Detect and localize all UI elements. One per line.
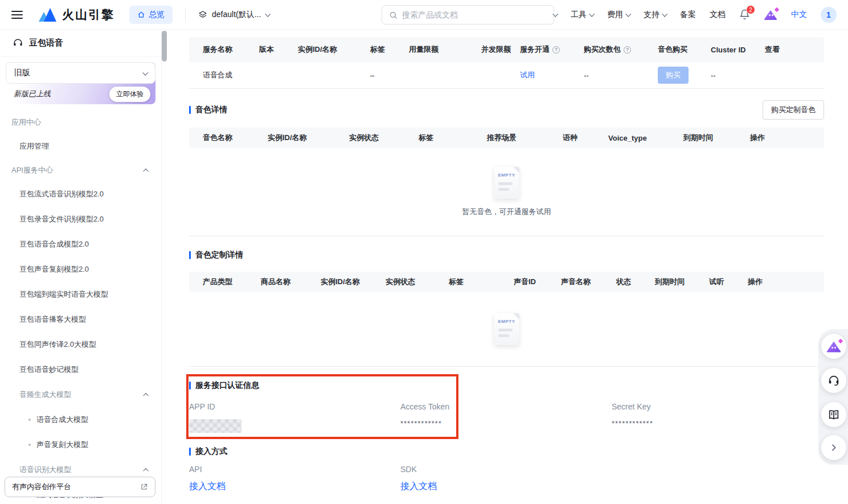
col-instance-id: 实例ID/名称 <box>284 44 357 55</box>
voice-detail-section-header: 音色详情 购买定制音色 <box>189 101 824 118</box>
chevron-right-icon <box>829 443 838 452</box>
sidebar-item-app-management[interactable]: 应用管理 <box>6 134 155 159</box>
col-cluster-id: Cluster ID <box>697 46 751 54</box>
section-api-center[interactable]: API服务中心 <box>6 159 155 182</box>
product-title: 豆包语音 <box>29 38 63 48</box>
sidebar-item-simul-interpret[interactable]: 豆包同声传译2.0大模型 <box>6 332 155 357</box>
search-input[interactable] <box>402 10 547 19</box>
sidebar-item-clone-large[interactable]: 声音复刻大模型 <box>6 432 155 457</box>
page-fold <box>513 313 519 319</box>
project-selector[interactable]: default(默认... <box>198 10 269 20</box>
sidebar-item-file-asr-2[interactable]: 豆包录音文件识别模型2.0 <box>6 207 155 232</box>
col-version: 版本 <box>245 44 284 55</box>
col-audition: 试听 <box>695 277 734 287</box>
layers-icon <box>198 10 207 19</box>
sidebar-item-voice-clone-2[interactable]: 豆包声音复刻模型2.0 <box>6 257 155 282</box>
voice-table-header: 音色名称 实例ID/名称 实例状态 标签 推荐场景 语种 Voice_type … <box>189 128 824 148</box>
col-view: 查看 <box>751 44 824 55</box>
try-now-button[interactable]: 立即体验 <box>109 87 150 102</box>
chevron-up-icon <box>143 168 149 174</box>
link-icp-filing[interactable]: 备案 <box>680 10 696 20</box>
bullet-dot <box>28 419 31 421</box>
empty-state-text: 暂无音色，可开通服务试用 <box>462 207 551 217</box>
collapse-fab[interactable] <box>821 435 846 460</box>
sdk-doc-link[interactable]: 接入文档 <box>400 481 437 491</box>
user-avatar[interactable]: 1 <box>821 7 837 23</box>
chevron-up-icon <box>143 392 149 398</box>
auth-labels-row: APP ID Access Token Secret Key <box>189 402 824 411</box>
col-tag: 标签 <box>405 133 473 143</box>
sidebar-item-voice-notes[interactable]: 豆包语音妙记模型 <box>6 357 155 382</box>
empty-document-icon: EMPTY <box>494 313 519 345</box>
col-voice-name: 音色名称 <box>189 133 254 143</box>
sidebar-scrollbar[interactable] <box>162 31 167 62</box>
col-instance-status: 实例状态 <box>335 133 405 143</box>
audio-creation-platform-link[interactable]: 有声内容创作平台 <box>5 477 155 497</box>
link-docs[interactable]: 文档 <box>710 10 726 20</box>
hamburger-menu-icon[interactable] <box>11 11 23 19</box>
buy-custom-voice-button[interactable]: 购买定制音色 <box>763 100 824 120</box>
bullet-dot <box>28 444 31 446</box>
custom-table-header: 产品类型 商品名称 实例ID/名称 实例状态 标签 声音ID 声音名称 状态 到… <box>189 272 824 292</box>
chevron-down-icon <box>625 11 631 17</box>
menu-support[interactable]: 支持 <box>644 10 666 20</box>
section-title: 音色定制详情 <box>189 250 243 260</box>
version-card: 旧版 新版已上线 立即体验 <box>6 62 155 104</box>
notifications-button[interactable]: 2 <box>739 9 750 20</box>
sidebar-item-podcast-model[interactable]: 豆包语音播客大模型 <box>6 307 155 332</box>
notification-badge: 2 <box>746 5 755 14</box>
customer-support-fab[interactable] <box>821 368 846 393</box>
external-link-icon <box>140 483 148 491</box>
col-voice-purchase: 音色购买 <box>644 44 697 55</box>
group-audio-generation[interactable]: 音频生成大模型 <box>6 382 155 407</box>
sidebar-item-realtime-voice[interactable]: 豆包端到端实时语音大模型 <box>6 282 155 307</box>
section-title: 音色详情 <box>189 105 227 115</box>
sidebar-item-tts-2[interactable]: 豆包语音合成模型2.0 <box>6 232 155 257</box>
col-usage-limit: 用量限额 <box>395 44 468 55</box>
sidebar-item-tts-large[interactable]: 语音合成大模型 <box>6 407 155 432</box>
language-switcher[interactable]: 中文 <box>791 10 807 20</box>
main-content: 服务名称 版本 实例ID/名称 标签 用量限额 并发限额 服务开通 购买次数包 … <box>162 30 848 504</box>
version-value: 旧版 <box>14 68 30 78</box>
help-icon[interactable] <box>552 46 560 54</box>
trial-link[interactable]: 试用 <box>520 71 535 79</box>
menu-billing[interactable]: 费用 <box>607 10 630 20</box>
menu-tools[interactable]: 工具 <box>571 10 593 20</box>
version-selector[interactable]: 旧版 <box>6 62 155 84</box>
access-section-header: 接入方式 <box>189 443 824 460</box>
section-title: 服务接口认证信息 <box>189 380 259 391</box>
overview-button[interactable]: 总览 <box>129 6 173 24</box>
new-version-banner: 新版已上线 立即体验 <box>6 84 155 104</box>
col-instance-status: 实例状态 <box>372 277 435 287</box>
secret-key-value: ************ <box>612 419 824 433</box>
help-icon[interactable] <box>624 46 631 54</box>
cell-tag: – <box>357 71 395 80</box>
col-voice-type: Voice_type <box>595 134 670 142</box>
brand-name: 火山引擎 <box>62 7 114 23</box>
chevron-down-icon <box>142 69 148 75</box>
ai-mountain-icon <box>826 341 841 353</box>
service-table-header: 服务名称 版本 实例ID/名称 标签 用量限额 并发限额 服务开通 购买次数包 … <box>189 37 824 62</box>
chevron-down-icon <box>662 11 667 17</box>
api-doc-link[interactable]: 接入文档 <box>189 481 226 491</box>
title-accent-bar <box>189 382 191 390</box>
sidebar-item-streaming-asr-2[interactable]: 豆包流式语音识别模型2.0 <box>6 182 155 207</box>
service-table-row: 语音合成 – 试用 -- 购买 -- <box>189 62 824 89</box>
access-links-row: 接入文档 接入文档 <box>189 481 824 493</box>
chevron-down-icon <box>589 11 595 17</box>
headset-icon <box>827 374 840 387</box>
title-accent-bar <box>189 251 191 259</box>
col-service-open: 服务开通 <box>506 44 570 55</box>
ai-assistant-icon[interactable] <box>764 9 777 20</box>
chevron-down-icon <box>265 11 271 17</box>
navbar-right: 企业 工具 费用 支持 备案 文档 2 中文 1 <box>534 7 837 23</box>
ai-assistant-fab[interactable] <box>821 334 846 359</box>
documentation-fab[interactable] <box>821 402 846 427</box>
app-id-label: APP ID <box>189 402 400 411</box>
brand-logo[interactable]: 火山引擎 <box>39 7 114 23</box>
buy-button[interactable]: 购买 <box>658 67 689 84</box>
overview-label: 总览 <box>149 10 165 20</box>
col-tag: 标签 <box>435 277 500 287</box>
page-fold <box>513 167 519 173</box>
title-accent-bar <box>189 448 191 456</box>
